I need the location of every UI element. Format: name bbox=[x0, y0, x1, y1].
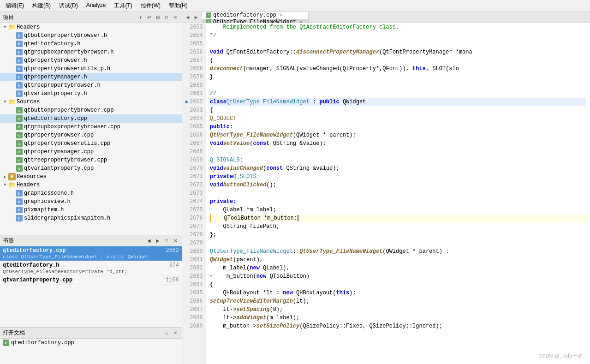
code-area[interactable]: 2653265426552656265726582659266026612662… bbox=[182, 23, 590, 364]
code-line-2681: QWidget(parent), bbox=[210, 256, 586, 264]
tree-arrow[interactable]: ▶ bbox=[2, 174, 8, 179]
nav-back[interactable]: ◀ bbox=[184, 14, 191, 21]
tree-item-qttreeproperty_h[interactable]: hqttreepropertybrowser.h bbox=[0, 81, 182, 90]
bm-expand-icon[interactable]: □ bbox=[163, 237, 170, 245]
close-icon[interactable]: ✕ bbox=[172, 14, 179, 21]
tree-item-qtpropertyutils_h[interactable]: hqtpropertybrowserutils_p.h bbox=[0, 65, 182, 73]
line-cursor bbox=[185, 142, 188, 145]
tree-label: slidergraphicspixmapitem.h bbox=[24, 215, 110, 221]
tab-close-button[interactable]: ✕ bbox=[278, 12, 285, 18]
cpp-file-icon: c bbox=[16, 156, 23, 164]
line-number-2678: 2678 bbox=[185, 231, 203, 239]
expand-icon[interactable]: □ bbox=[163, 14, 170, 21]
tree-item-qtgroupbox_cpp[interactable]: cqtgroupboxpropertybrowser.cpp bbox=[0, 123, 182, 131]
tree-item-qtvariant_cpp[interactable]: cqtvariantproperty.cpp bbox=[0, 164, 182, 173]
tree-arrow[interactable]: ▼ bbox=[2, 25, 8, 30]
tree-item-resources1[interactable]: ▶RResources bbox=[0, 173, 182, 181]
open-docs-panel: 打开文档 □ ✕ cqteditorfactory.cpp bbox=[0, 327, 182, 364]
menu-debug[interactable]: 调试(D) bbox=[55, 1, 82, 11]
line-cursor bbox=[185, 134, 188, 137]
tree-item-headers2[interactable]: ▼📁Headers bbox=[0, 181, 182, 189]
code-line-2673 bbox=[210, 189, 586, 197]
tree-item-qtproperty_h[interactable]: hqtpropertybrowser.h bbox=[0, 56, 182, 65]
tree-item-qtbutton_cpp[interactable]: cqtbuttonpropertybrowser.cpp bbox=[0, 106, 182, 114]
menu-edit[interactable]: 编辑(E) bbox=[2, 1, 28, 11]
folder-icon: 📁 bbox=[8, 98, 16, 106]
bookmark-item-bm1[interactable]: qteditorfactory.cpp 2662 class QtUserTyp… bbox=[0, 246, 182, 261]
tree-item-graphicsview_h[interactable]: hgraphicsview.h bbox=[0, 197, 182, 206]
bm-prev-icon[interactable]: ◀ bbox=[145, 237, 153, 245]
tree-label: Sources bbox=[17, 99, 40, 105]
line-cursor bbox=[185, 283, 188, 286]
tree-item-headers1[interactable]: ▼📁Headers bbox=[0, 23, 182, 31]
filter-icon[interactable]: ▾ bbox=[137, 14, 144, 21]
code-line-2667: void setValue(const QString &value); bbox=[210, 139, 586, 148]
tree-item-qttreeproperty_cpp[interactable]: cqttreepropertybrowser.cpp bbox=[0, 156, 182, 164]
sync-icon[interactable]: ⇄ bbox=[145, 14, 153, 21]
line-number-2658: 2658 bbox=[185, 65, 203, 73]
line-number-2657: 2657 bbox=[185, 56, 203, 65]
line-cursor bbox=[185, 42, 188, 45]
code-line-2665: public: bbox=[210, 123, 586, 131]
menu-analyze[interactable]: Analyze bbox=[83, 1, 110, 11]
tree-label: pixmapitem.h bbox=[24, 207, 64, 213]
tree-label: qtpropertymanager.h bbox=[24, 74, 87, 80]
code-line-2669: Q_SIGNALS: bbox=[210, 156, 586, 164]
tree-item-graphicsscene_h[interactable]: hgraphicsscene.h bbox=[0, 189, 182, 197]
tree-item-qteditorfactory_h[interactable]: hqteditorfactory.h bbox=[0, 40, 182, 48]
menu-build[interactable]: 构建(B) bbox=[29, 1, 54, 11]
bookmarks-panel: 书签 ◀ ▶ □ ✕ qteditorfactory.cpp 2662 clas… bbox=[0, 235, 182, 327]
tab-file-icon: c bbox=[206, 12, 211, 18]
cpp-file-icon: c bbox=[16, 131, 23, 139]
tab-tab1[interactable]: c qteditorfactory.cpp ✕ bbox=[202, 12, 309, 19]
menu-help[interactable]: 帮助(H) bbox=[165, 1, 191, 11]
tree-item-qtpropertymgr_h[interactable]: hqtpropertymanager.h bbox=[0, 73, 182, 81]
menu-controls[interactable]: 控件(W) bbox=[137, 1, 164, 11]
menubar: 编辑(E) 构建(B) 调试(D) Analyze 工具(T) 控件(W) 帮助… bbox=[0, 0, 590, 12]
line-number-2655: 2655 bbox=[185, 40, 203, 48]
bm-close-icon[interactable]: ✕ bbox=[172, 237, 179, 245]
tree-label: qtpropertybrowserutils.cpp bbox=[24, 140, 110, 147]
tree-item-qtproperty_cpp[interactable]: cqtpropertybrowser.cpp bbox=[0, 131, 182, 139]
code-content[interactable]: Reimplemented from the QtAbstractEditorF… bbox=[206, 23, 590, 364]
h-file-icon: h bbox=[16, 40, 23, 48]
line-number-2687: 2687 bbox=[185, 305, 203, 314]
tree-item-qtpropertyutils_cpp[interactable]: cqtpropertybrowserutils.cpp bbox=[0, 139, 182, 148]
tree-item-qtpropertymgr_cpp[interactable]: cqtpropertymanager.cpp bbox=[0, 148, 182, 156]
code-line-2682: m_label(new QLabel), bbox=[210, 264, 586, 272]
tree-item-qtgroupbox_h[interactable]: hqtgroupboxpropertybrowser.h bbox=[0, 48, 182, 56]
menu-tools[interactable]: 工具(T) bbox=[110, 1, 136, 11]
bookmarks-list: qteditorfactory.cpp 2662 class QtUserTyp… bbox=[0, 246, 182, 327]
bookmarks-header: 书签 ◀ ▶ □ ✕ bbox=[0, 235, 182, 246]
bookmark-item-bm3[interactable]: qtvariantproperty.cpp 1166 bbox=[0, 276, 182, 285]
collapse-arrow[interactable]: ▼ bbox=[210, 272, 212, 280]
bookmark-item-bm2[interactable]: qteditorfactory.h 374 QtUserType_FileNam… bbox=[0, 261, 182, 276]
folder-icon: 📁 bbox=[8, 181, 16, 189]
bookmark-title: qteditorfactory.h bbox=[3, 262, 59, 269]
tree-item-qtbutton_h[interactable]: hqtbuttonpropertybrowser.h bbox=[0, 31, 182, 40]
tree-item-slidergfx_h[interactable]: hslidergraphicspixmapitem.h bbox=[0, 214, 182, 222]
tree-label: graphicsview.h bbox=[24, 198, 71, 205]
tree-item-pixmapitem_h[interactable]: hpixmapitem.h bbox=[0, 206, 182, 214]
line-number-2663: 2663 bbox=[185, 106, 203, 114]
line-number-2659: 2659 bbox=[185, 73, 203, 81]
docs-close-icon[interactable]: ✕ bbox=[172, 329, 179, 337]
tree-arrow[interactable]: ▼ bbox=[2, 100, 8, 104]
open-doc-item-od1[interactable]: cqteditorfactory.cpp bbox=[0, 339, 182, 347]
tree-item-qtvariant_h[interactable]: hqtvariantproperty.h bbox=[0, 90, 182, 98]
cpp-file-icon: c bbox=[16, 107, 23, 114]
h-file-icon: h bbox=[16, 48, 23, 56]
bm-next-icon[interactable]: ▶ bbox=[154, 237, 161, 245]
line-cursor bbox=[185, 167, 188, 170]
bookmark-line: 2662 bbox=[166, 247, 179, 254]
tree-label: qtpropertymanager.cpp bbox=[24, 149, 94, 155]
collapse-icon[interactable]: ⊟ bbox=[154, 14, 161, 21]
cpp-file-icon: c bbox=[16, 165, 23, 172]
tree-arrow[interactable]: ▼ bbox=[2, 183, 8, 187]
tree-item-sources1[interactable]: ▼📁Sources bbox=[0, 98, 182, 106]
h-file-icon: h bbox=[16, 32, 23, 39]
docs-expand-icon[interactable]: □ bbox=[163, 329, 170, 337]
tree-label: Headers bbox=[17, 24, 40, 30]
tree-item-qteditorfactory_cpp[interactable]: cqteditorfactory.cpp bbox=[0, 114, 182, 123]
nav-forward[interactable]: ▶ bbox=[192, 14, 200, 21]
